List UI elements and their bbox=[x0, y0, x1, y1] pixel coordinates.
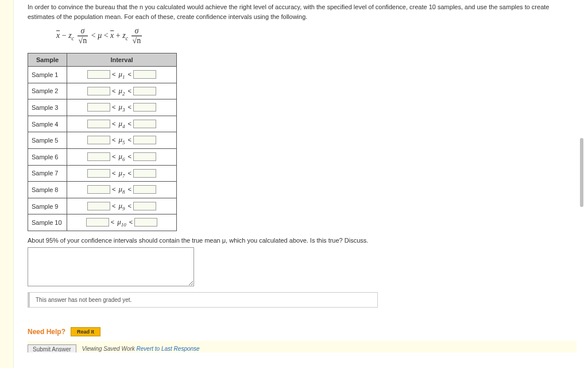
lt-symbol: < bbox=[126, 120, 134, 127]
need-help-label: Need Help? bbox=[28, 328, 65, 336]
scrollbar-thumb[interactable] bbox=[580, 138, 583, 207]
table-row: Sample 8 < μ8 < bbox=[28, 182, 177, 198]
lt-symbol: < bbox=[126, 202, 134, 209]
table-row: Sample 7 < μ7 < bbox=[28, 165, 177, 182]
revert-link[interactable]: Revert to Last Response bbox=[137, 346, 200, 352]
interval-lower-input[interactable] bbox=[87, 87, 110, 95]
sample-label: Sample 1 bbox=[28, 67, 67, 83]
mu-symbol: μ2 bbox=[118, 86, 125, 97]
interval-cell: < μ4 < bbox=[67, 116, 177, 132]
table-row: Sample 3 < μ3 < bbox=[28, 99, 177, 116]
interval-upper-input[interactable] bbox=[134, 218, 157, 227]
footer-strip: Submit Answer Viewing Saved Work Revert … bbox=[28, 341, 577, 352]
interval-upper-input[interactable] bbox=[133, 120, 156, 128]
lt-symbol: < bbox=[110, 202, 118, 209]
sample-label: Sample 2 bbox=[28, 83, 67, 99]
page-root: In order to convince the bureau that the… bbox=[0, 0, 588, 368]
instruction-text: In order to convince the bureau that the… bbox=[28, 2, 577, 21]
interval-cell: < μ3 < bbox=[67, 99, 177, 116]
lt-symbol: < bbox=[110, 153, 118, 160]
footer-text: Viewing Saved Work Revert to Last Respon… bbox=[82, 342, 200, 352]
lt-symbol: < bbox=[110, 120, 118, 127]
mu-symbol: μ9 bbox=[118, 201, 125, 212]
lt-symbol: < bbox=[110, 71, 118, 78]
lt-symbol: < bbox=[126, 186, 134, 193]
interval-cell: < μ1 < bbox=[67, 67, 177, 83]
discuss-textarea[interactable] bbox=[28, 247, 194, 286]
interval-cell: < μ6 < bbox=[67, 148, 177, 165]
table-row: Sample 5 < μ5 < bbox=[28, 132, 177, 149]
mu-symbol: μ8 bbox=[118, 185, 125, 195]
table-row: Sample 6 < μ6 < bbox=[28, 148, 177, 165]
lt-symbol: < bbox=[126, 103, 134, 110]
mu-symbol: μ6 bbox=[118, 152, 125, 162]
formula-display: x − zc σ√n < μ < x + zc σ√n bbox=[56, 27, 577, 45]
lt-symbol: < bbox=[126, 136, 134, 143]
interval-upper-input[interactable] bbox=[133, 103, 156, 112]
lt-symbol: < bbox=[127, 218, 135, 225]
scrollbar-track[interactable] bbox=[580, 0, 583, 368]
lt-symbol: < bbox=[126, 71, 134, 78]
interval-lower-input[interactable] bbox=[87, 136, 110, 144]
col-header-sample: Sample bbox=[28, 53, 67, 67]
not-graded-notice: This answer has not been graded yet. bbox=[28, 292, 378, 308]
sample-label: Sample 5 bbox=[28, 132, 67, 149]
interval-upper-input[interactable] bbox=[133, 136, 156, 144]
interval-cell: < μ2 < bbox=[67, 83, 177, 99]
read-it-button[interactable]: Read It bbox=[71, 327, 100, 336]
need-help-row: Need Help? Read It bbox=[28, 327, 577, 336]
sample-label: Sample 4 bbox=[28, 116, 67, 132]
interval-lower-input[interactable] bbox=[87, 202, 110, 210]
table-row: Sample 10 < μ10 < bbox=[28, 214, 177, 231]
interval-lower-input[interactable] bbox=[87, 70, 110, 79]
sample-label: Sample 9 bbox=[28, 198, 67, 214]
interval-cell: < μ9 < bbox=[67, 198, 177, 214]
left-margin-strip bbox=[0, 0, 14, 368]
lt-symbol: < bbox=[126, 170, 134, 177]
sample-label: Sample 8 bbox=[28, 182, 67, 198]
interval-upper-input[interactable] bbox=[133, 87, 156, 95]
sample-label: Sample 10 bbox=[28, 214, 67, 231]
viewing-saved-work-text: Viewing Saved Work bbox=[82, 346, 135, 352]
mu-symbol: μ4 bbox=[118, 119, 125, 129]
interval-cell: < μ7 < bbox=[67, 165, 177, 182]
interval-upper-input[interactable] bbox=[133, 152, 156, 161]
interval-lower-input[interactable] bbox=[87, 185, 110, 194]
content-area: In order to convince the bureau that the… bbox=[14, 0, 588, 368]
interval-upper-input[interactable] bbox=[133, 70, 156, 79]
table-row: Sample 9 < μ9 < bbox=[28, 198, 177, 214]
samples-table: Sample Interval Sample 1 < μ1 < Sample 2… bbox=[28, 53, 177, 231]
submit-answer-button[interactable]: Submit Answer bbox=[28, 344, 76, 352]
interval-cell: < μ5 < bbox=[67, 132, 177, 149]
interval-upper-input[interactable] bbox=[133, 202, 156, 210]
lt-symbol: < bbox=[110, 186, 118, 193]
mu-symbol: μ10 bbox=[117, 217, 126, 228]
interval-cell: < μ8 < bbox=[67, 182, 177, 198]
mu-symbol: μ3 bbox=[118, 102, 125, 113]
lt-symbol: < bbox=[110, 170, 118, 177]
lt-symbol: < bbox=[110, 87, 118, 94]
lt-symbol: < bbox=[126, 153, 134, 160]
mu-symbol: μ7 bbox=[118, 168, 125, 179]
mu-symbol: μ1 bbox=[118, 70, 125, 80]
table-row: Sample 2 < μ2 < bbox=[28, 83, 177, 99]
interval-cell: < μ10 < bbox=[67, 214, 177, 231]
interval-lower-input[interactable] bbox=[87, 152, 110, 161]
lt-symbol: < bbox=[109, 218, 117, 225]
interval-lower-input[interactable] bbox=[87, 120, 110, 128]
interval-upper-input[interactable] bbox=[133, 185, 156, 194]
interval-lower-input[interactable] bbox=[86, 218, 109, 227]
interval-lower-input[interactable] bbox=[87, 169, 110, 178]
mu-symbol: μ5 bbox=[118, 135, 125, 145]
table-row: Sample 4 < μ4 < bbox=[28, 116, 177, 132]
col-header-interval: Interval bbox=[67, 53, 177, 67]
lt-symbol: < bbox=[126, 87, 134, 94]
sample-label: Sample 7 bbox=[28, 165, 67, 182]
interval-lower-input[interactable] bbox=[87, 103, 110, 112]
lt-symbol: < bbox=[110, 136, 118, 143]
sample-label: Sample 6 bbox=[28, 148, 67, 165]
discuss-prompt: About 95% of your confidence intervals s… bbox=[28, 237, 577, 244]
table-row: Sample 1 < μ1 < bbox=[28, 67, 177, 83]
sample-label: Sample 3 bbox=[28, 99, 67, 116]
interval-upper-input[interactable] bbox=[133, 169, 156, 178]
